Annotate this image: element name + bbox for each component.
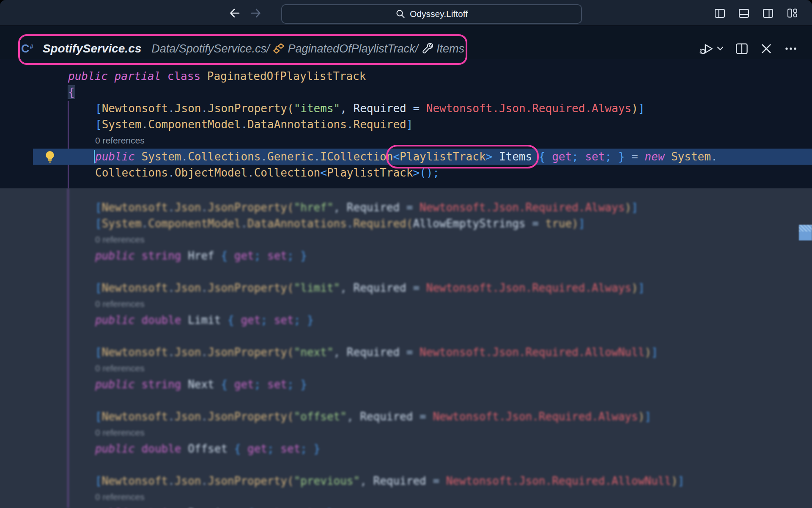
code-token: [: [95, 346, 102, 359]
code-line[interactable]: [Newtonsoft.Json.JsonProperty("offset", …: [0, 409, 812, 425]
customize-layout-icon[interactable]: [786, 7, 798, 19]
code-token: ): [631, 282, 638, 294]
code-line[interactable]: public double Offset { get; set; }: [0, 441, 812, 457]
back-arrow-icon[interactable]: [228, 7, 241, 19]
code-token: .: [201, 201, 208, 214]
code-line[interactable]: public string Href { get; set; }: [0, 248, 812, 264]
code-token: }: [612, 150, 625, 163]
breadcrumb-class[interactable]: PaginatedOfPlaylistTrack/: [288, 42, 418, 55]
code-token: .: [168, 475, 175, 487]
symbol-class-icon: [273, 42, 285, 55]
code-token: "offset": [294, 410, 347, 423]
code-line[interactable]: [Newtonsoft.Json.JsonProperty("previous"…: [0, 473, 812, 489]
toggle-primary-sidebar-icon[interactable]: [714, 7, 726, 19]
run-debug-icon: [699, 41, 714, 56]
code-editor-blurred-region[interactable]: [Newtonsoft.Json.JsonProperty("href", Re…: [0, 188, 812, 508]
lightbulb-icon[interactable]: [43, 150, 57, 163]
code-token: Newtonsoft: [102, 410, 168, 423]
code-token: Items: [499, 150, 532, 163]
codelens-references[interactable]: 0 references: [0, 425, 812, 441]
command-center-search[interactable]: Odyssey.Liftoff: [281, 4, 582, 24]
code-line[interactable]: [System.ComponentModel.DataAnnotations.R…: [0, 116, 812, 133]
scrollbar-thumb-body: [799, 232, 812, 240]
code-line[interactable]: [System.ComponentModel.DataAnnotations.R…: [0, 215, 812, 232]
code-token: ;: [572, 150, 579, 163]
breadcrumb: C# SpotifyService.cs Data/SpotifyService…: [21, 41, 464, 57]
vscode-window: Odyssey.Liftoff C# Sp: [0, 0, 812, 508]
code-token: ;: [294, 314, 301, 326]
codelens-references[interactable]: 0 references: [0, 489, 812, 505]
code-token: .: [201, 475, 208, 487]
code-token: ;: [254, 378, 261, 391]
code-token: Offset: [188, 442, 228, 455]
code-token: Next: [188, 378, 214, 391]
code-line[interactable]: [Newtonsoft.Json.JsonProperty("limit", R…: [0, 280, 812, 296]
code-token: .: [314, 150, 321, 163]
more-actions-icon[interactable]: [784, 42, 798, 55]
breadcrumb-member[interactable]: Items: [436, 42, 464, 55]
csharp-file-icon: C#: [21, 42, 33, 55]
code-token: [: [95, 102, 102, 115]
code-token: Required: [340, 201, 400, 214]
symbol-property-wrench-icon: [422, 42, 434, 55]
code-line-blank: [0, 392, 812, 409]
code-line[interactable]: public double Limit { get; set; }: [0, 312, 812, 328]
code-token: }: [307, 442, 320, 455]
run-or-debug-button[interactable]: [699, 41, 724, 56]
code-token: public: [95, 249, 142, 262]
code-token: Required: [367, 475, 426, 487]
code-editor-focused-region[interactable]: public partial class PaginatedOfPlaylist…: [0, 59, 812, 188]
code-token: Newtonsoft.Json.Required.AllowNull: [413, 346, 645, 359]
code-token: DataAnnotations: [247, 217, 347, 230]
code-token: .: [168, 410, 175, 423]
code-token: string: [142, 378, 188, 391]
codelens-references[interactable]: 0 references: [0, 360, 812, 376]
codelens-references[interactable]: 0 references: [0, 296, 812, 312]
code-token: get: [545, 150, 572, 163]
code-line[interactable]: public string Previous { get; set; }: [0, 505, 812, 508]
code-token: ,: [334, 346, 340, 359]
code-token: .: [142, 217, 148, 230]
code-line[interactable]: [Newtonsoft.Json.JsonProperty("next", Re…: [0, 344, 812, 360]
code-token: <: [393, 150, 400, 163]
code-line[interactable]: public System.Collections.Generic.IColle…: [0, 149, 812, 165]
split-editor-icon[interactable]: [735, 42, 749, 55]
code-line[interactable]: public string Next { get; set; }: [0, 376, 812, 392]
code-token: Json: [175, 282, 201, 294]
code-token: Newtonsoft: [102, 201, 168, 214]
toggle-panel-icon[interactable]: [738, 7, 750, 19]
close-icon[interactable]: [760, 42, 773, 55]
code-token: (: [287, 346, 294, 359]
code-token: get: [228, 378, 254, 391]
forward-arrow-icon[interactable]: [250, 7, 262, 19]
code-token: [: [95, 201, 102, 214]
code-token: new: [638, 150, 665, 163]
code-token: <: [320, 166, 327, 179]
code-token: ): [638, 410, 645, 423]
code-token: DataAnnotations: [247, 118, 347, 131]
code-token: Required: [354, 118, 406, 131]
breadcrumb-path[interactable]: Data/SpotifyService.cs/: [151, 42, 269, 55]
code-token: Newtonsoft: [102, 282, 168, 294]
code-line[interactable]: [Newtonsoft.Json.JsonProperty("href", Re…: [0, 199, 812, 215]
tab-file-name[interactable]: SpotifyService.cs: [43, 42, 141, 55]
code-line[interactable]: [Newtonsoft.Json.JsonProperty("items", R…: [0, 100, 812, 116]
code-line[interactable]: public partial class PaginatedOfPlaylist…: [0, 68, 812, 84]
code-line[interactable]: {: [0, 84, 812, 100]
code-token: .: [347, 217, 354, 230]
codelens-references[interactable]: 0 references: [0, 232, 812, 248]
code-token: ): [625, 201, 631, 214]
code-token: .: [201, 410, 208, 423]
code-token: .: [168, 282, 175, 294]
code-token: public: [68, 70, 115, 83]
scrollbar-thumb[interactable]: [799, 225, 812, 240]
code-token: (: [406, 217, 413, 230]
code-token: ): [645, 346, 651, 359]
toggle-secondary-sidebar-icon[interactable]: [762, 7, 774, 19]
code-token: JsonProperty: [208, 201, 287, 214]
code-token: get: [234, 314, 261, 326]
code-token: ;: [261, 314, 267, 326]
code-token: ]: [638, 102, 645, 115]
code-token: Newtonsoft: [102, 346, 168, 359]
code-token: [: [95, 282, 102, 294]
